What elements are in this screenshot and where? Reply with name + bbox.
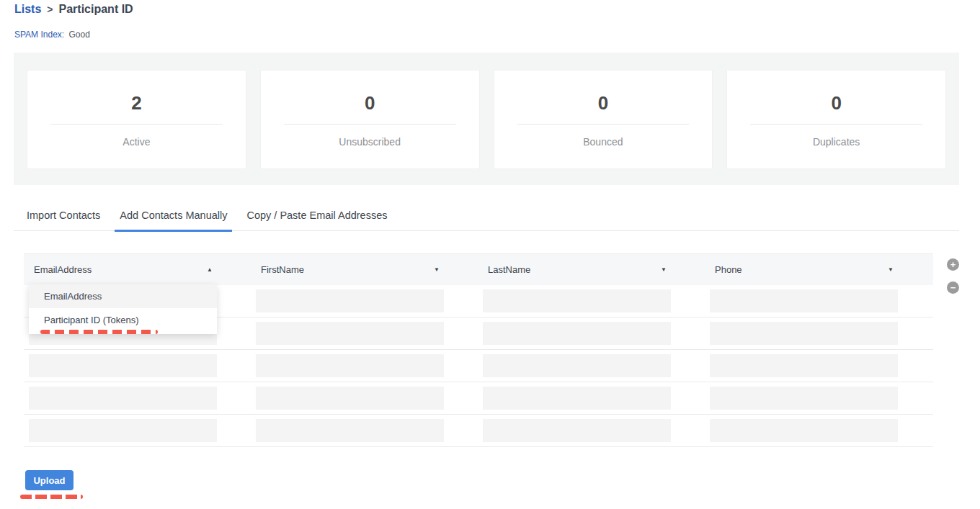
contact-field-phone-row2[interactable] xyxy=(710,322,898,345)
contact-cell xyxy=(478,317,705,349)
breadcrumb-lists-link[interactable]: Lists xyxy=(14,3,41,16)
contact-field-lastname-row5[interactable] xyxy=(483,419,671,442)
contact-cell xyxy=(251,350,478,382)
stat-divider xyxy=(517,124,690,125)
breadcrumb-current: Participant ID xyxy=(59,3,133,16)
column-select-lastname[interactable]: LastName ▼ xyxy=(483,264,671,275)
spam-index-label[interactable]: SPAM Index: xyxy=(14,30,64,40)
upload-button[interactable]: Upload xyxy=(25,470,74,490)
row-controls: + − xyxy=(947,258,959,294)
stat-card-bounced: 0 Bounced xyxy=(494,70,713,169)
contact-cell xyxy=(251,415,478,446)
contact-field-phone-row1[interactable] xyxy=(710,289,898,312)
tab-bar: Import Contacts Add Contacts Manually Co… xyxy=(14,210,959,231)
contact-cell xyxy=(251,382,478,414)
stat-value-active: 2 xyxy=(131,92,141,114)
chevron-down-icon[interactable]: ▼ xyxy=(434,266,440,273)
contact-cell xyxy=(251,285,478,317)
stats-band: 2 Active 0 Unsubscribed 0 Bounced 0 Dupl… xyxy=(14,53,959,185)
column-select-phone[interactable]: Phone ▼ xyxy=(710,264,898,275)
tab-copy-paste-email-addresses[interactable]: Copy / Paste Email Addresses xyxy=(241,210,392,232)
contact-field-firstname-row4[interactable] xyxy=(256,387,444,410)
contact-cell xyxy=(478,415,705,446)
contact-field-firstname-row2[interactable] xyxy=(256,322,444,345)
column-select-emailaddress[interactable]: EmailAddress ▲ xyxy=(29,264,217,275)
column-header-phone: Phone ▼ xyxy=(705,264,932,275)
column-label: LastName xyxy=(488,264,530,275)
contact-row xyxy=(24,415,933,447)
stat-label-active: Active xyxy=(122,136,150,148)
stat-card-unsubscribed: 0 Unsubscribed xyxy=(260,70,480,169)
breadcrumb: Lists > Participant ID xyxy=(14,3,133,16)
contact-cell xyxy=(705,285,932,317)
contact-field-phone-row3[interactable] xyxy=(710,354,898,377)
column-dropdown-menu: EmailAddress Participant ID (Tokens) xyxy=(29,284,217,334)
contact-field-lastname-row4[interactable] xyxy=(483,387,671,410)
stat-value-unsubscribed: 0 xyxy=(365,92,375,114)
dropdown-option-participant-id-tokens[interactable]: Participant ID (Tokens) xyxy=(29,308,217,332)
stat-card-active: 2 Active xyxy=(27,70,246,169)
contact-field-emailaddress-row5[interactable] xyxy=(29,419,217,442)
column-label: FirstName xyxy=(261,264,304,275)
contact-cell xyxy=(478,285,705,317)
column-label: Phone xyxy=(715,264,742,275)
stat-label-unsubscribed: Unsubscribed xyxy=(339,136,401,148)
column-header-firstname: FirstName ▼ xyxy=(251,264,478,275)
contact-field-firstname-row5[interactable] xyxy=(256,419,444,442)
stat-divider xyxy=(284,124,456,125)
tab-import-contacts[interactable]: Import Contacts xyxy=(22,210,105,232)
chevron-down-icon[interactable]: ▼ xyxy=(888,266,894,273)
contact-cell xyxy=(478,350,705,382)
contact-cell xyxy=(251,317,478,349)
stat-divider xyxy=(750,124,922,125)
stat-label-bounced: Bounced xyxy=(583,136,623,148)
contact-field-firstname-row3[interactable] xyxy=(256,354,444,377)
contact-cell xyxy=(24,350,251,382)
spam-index: SPAM Index: Good xyxy=(14,30,90,40)
chevron-down-icon[interactable]: ▼ xyxy=(661,266,667,273)
contact-field-emailaddress-row3[interactable] xyxy=(29,354,217,377)
contact-row xyxy=(24,382,933,415)
contact-field-lastname-row3[interactable] xyxy=(483,354,671,377)
breadcrumb-separator-icon: > xyxy=(47,4,53,15)
contact-field-phone-row4[interactable] xyxy=(710,387,898,410)
contact-field-firstname-row1[interactable] xyxy=(256,289,444,312)
annotation-underline xyxy=(40,330,158,334)
contact-cell xyxy=(705,317,932,349)
contact-cell xyxy=(24,382,251,414)
contact-cell xyxy=(24,415,251,446)
annotation-underline xyxy=(20,495,83,499)
column-header-emailaddress: EmailAddress ▲ xyxy=(24,264,251,275)
column-header-lastname: LastName ▼ xyxy=(478,264,705,275)
contact-cell xyxy=(705,350,932,382)
contact-row xyxy=(24,350,933,382)
spam-index-value: Good xyxy=(68,30,89,40)
dropdown-option-emailaddress[interactable]: EmailAddress xyxy=(29,284,217,308)
column-select-firstname[interactable]: FirstName ▼ xyxy=(256,264,444,275)
stat-card-duplicates: 0 Duplicates xyxy=(726,70,946,169)
column-label: EmailAddress xyxy=(34,264,92,275)
contacts-mapping-table: EmailAddress ▲ FirstName ▼ LastName ▼ Ph… xyxy=(24,253,933,447)
dropdown-option-label: Participant ID (Tokens) xyxy=(44,315,139,325)
dropdown-option-label: EmailAddress xyxy=(44,291,102,302)
remove-row-icon[interactable]: − xyxy=(947,281,959,294)
stat-value-duplicates: 0 xyxy=(831,92,841,114)
stat-divider xyxy=(50,124,223,125)
add-row-icon[interactable]: + xyxy=(947,258,959,271)
contact-cell xyxy=(705,382,932,414)
contact-cell xyxy=(705,415,932,446)
contact-field-lastname-row1[interactable] xyxy=(483,289,671,312)
column-header-row: EmailAddress ▲ FirstName ▼ LastName ▼ Ph… xyxy=(24,253,933,285)
contact-field-emailaddress-row4[interactable] xyxy=(29,387,217,410)
stat-label-duplicates: Duplicates xyxy=(813,136,860,148)
tab-add-contacts-manually[interactable]: Add Contacts Manually xyxy=(115,210,232,232)
contact-field-lastname-row2[interactable] xyxy=(483,322,671,345)
contact-field-phone-row5[interactable] xyxy=(710,419,898,442)
chevron-up-icon[interactable]: ▲ xyxy=(207,266,213,273)
contact-cell xyxy=(478,382,705,414)
stat-value-bounced: 0 xyxy=(598,92,608,114)
